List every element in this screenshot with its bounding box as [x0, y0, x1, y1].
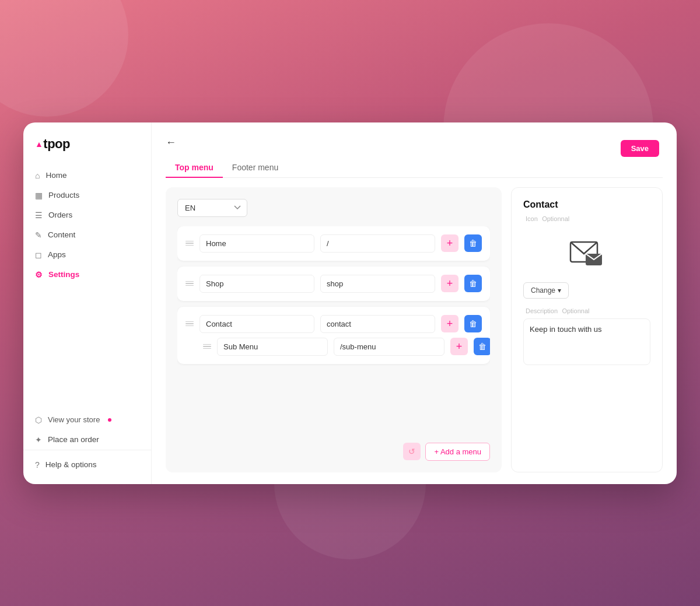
sidebar-label-home: Home [46, 171, 66, 180]
logo: ▲ tpop [23, 136, 151, 166]
language-selector-wrap: EN FR DE ES [177, 199, 490, 217]
tab-footer-menu-label: Footer menu [232, 163, 278, 172]
add-menu-button[interactable]: + Add a menu [425, 443, 490, 461]
reset-button[interactable]: ↺ [403, 443, 421, 460]
sidebar-item-settings[interactable]: ⚙ Settings [23, 265, 151, 285]
sub-menu-path-input[interactable] [334, 338, 444, 356]
description-textarea[interactable] [523, 318, 650, 365]
sidebar-item-home[interactable]: ⌂ Home [23, 166, 151, 185]
delete-contact-button[interactable]: 🗑 [464, 315, 482, 332]
products-icon: ▦ [35, 191, 43, 200]
description-optional: Optionnal [562, 307, 589, 314]
settings-icon: ⚙ [35, 270, 43, 279]
add-sub-submenu-button[interactable]: + [450, 338, 468, 355]
menu-item-contact-row: + 🗑 [186, 315, 482, 333]
delete-submenu-button[interactable]: 🗑 [474, 338, 490, 355]
add-sub-shop-button[interactable]: + [441, 275, 459, 292]
content-icon: ✎ [35, 230, 42, 240]
sidebar-bottom: ? Help & options [23, 450, 151, 475]
help-label: Help & options [46, 460, 97, 469]
menu-item-home-label-input[interactable] [200, 234, 314, 253]
menu-item-home: + 🗑 [177, 226, 490, 261]
menu-item-contact-label-input[interactable] [200, 315, 314, 333]
side-panel: Contact Icon Optionnal Change ▾ [511, 187, 663, 472]
save-button[interactable]: Save [621, 140, 659, 157]
icon-label-row: Icon Optionnal [523, 215, 650, 223]
menu-bottom-actions: ↺ + Add a menu [177, 443, 490, 461]
place-order-icon: ✦ [35, 435, 42, 444]
menu-item-contact: + 🗑 + 🗑 [177, 307, 490, 364]
drag-handle-contact[interactable] [186, 321, 194, 327]
sidebar-label-products: Products [48, 191, 79, 199]
sidebar-item-place-order[interactable]: ✦ Place an order [23, 430, 151, 450]
menu-item-home-row: + 🗑 [186, 234, 482, 253]
apps-icon: ◻ [35, 250, 42, 260]
main-card: ▲ tpop ⌂ Home ▦ Products ☰ Orders ✎ Cont… [23, 122, 677, 484]
sidebar-item-orders[interactable]: ☰ Orders [23, 205, 151, 225]
content-area: EN FR DE ES [166, 187, 663, 472]
change-arrow-icon: ▾ [558, 286, 561, 295]
external-link-icon: ⬡ [35, 415, 42, 425]
menu-item-contact-path-input[interactable] [320, 315, 435, 333]
tabs: Top menu Footer menu [166, 158, 663, 178]
add-sub-home-button[interactable]: + [441, 234, 459, 252]
icon-optional: Optionnal [542, 215, 569, 222]
menu-item-shop-label-input[interactable] [200, 275, 314, 293]
sidebar-label-orders: Orders [48, 211, 72, 219]
drag-handle-submenu[interactable] [203, 344, 211, 349]
menu-item-shop-row: + 🗑 [186, 275, 482, 293]
menu-item-shop-path-input[interactable] [320, 275, 435, 293]
tab-footer-menu[interactable]: Footer menu [223, 158, 288, 178]
top-bar: ← [166, 134, 663, 151]
sidebar: ▲ tpop ⌂ Home ▦ Products ☰ Orders ✎ Cont… [23, 122, 152, 484]
sidebar-label-settings: Settings [48, 270, 79, 279]
side-panel-title: Contact [523, 199, 650, 210]
sidebar-item-apps[interactable]: ◻ Apps [23, 245, 151, 265]
tab-top-menu-label: Top menu [175, 163, 214, 172]
logo-text: tpop [43, 136, 70, 152]
sidebar-item-view-store[interactable]: ⬡ View your store [23, 410, 151, 430]
logo-icon: ▲ [35, 139, 43, 149]
icon-label: Icon [526, 215, 538, 222]
tab-top-menu[interactable]: Top menu [166, 158, 223, 178]
mail-icon [569, 237, 604, 267]
sidebar-item-help[interactable]: ? Help & options [23, 455, 151, 475]
sidebar-label-apps: Apps [48, 250, 66, 259]
add-sub-contact-button[interactable]: + [441, 315, 459, 332]
sidebar-item-content[interactable]: ✎ Content [23, 225, 151, 245]
change-label: Change [531, 286, 555, 295]
back-button[interactable]: ← [166, 134, 181, 151]
description-label-row: Description Optionnal [523, 307, 650, 315]
menu-item-shop: + 🗑 [177, 267, 490, 301]
main-content: ← Top menu Footer menu Save EN FR DE ES [152, 122, 677, 484]
menu-editor: EN FR DE ES [166, 187, 502, 472]
help-icon: ? [35, 460, 40, 470]
menu-items-list: + 🗑 + 🗑 [177, 226, 490, 435]
sidebar-label-content: Content [48, 230, 75, 239]
sub-menu-row: + 🗑 [203, 338, 482, 356]
icon-preview [523, 229, 650, 275]
view-store-label: View your store [48, 415, 100, 424]
sub-menu-label-input[interactable] [217, 338, 328, 356]
sidebar-nav: ⌂ Home ▦ Products ☰ Orders ✎ Content ◻ A… [23, 166, 151, 285]
place-order-label: Place an order [48, 435, 99, 444]
drag-handle-shop[interactable] [186, 281, 194, 286]
menu-item-home-path-input[interactable] [320, 234, 435, 253]
delete-shop-button[interactable]: 🗑 [464, 275, 482, 292]
delete-home-button[interactable]: 🗑 [464, 234, 482, 252]
status-dot [108, 418, 111, 422]
change-icon-button[interactable]: Change ▾ [523, 282, 569, 299]
sidebar-item-products[interactable]: ▦ Products [23, 185, 151, 205]
drag-handle-home[interactable] [186, 241, 194, 246]
language-selector[interactable]: EN FR DE ES [177, 199, 247, 217]
home-icon: ⌂ [35, 171, 40, 180]
orders-icon: ☰ [35, 211, 43, 220]
description-label: Description [526, 307, 558, 314]
